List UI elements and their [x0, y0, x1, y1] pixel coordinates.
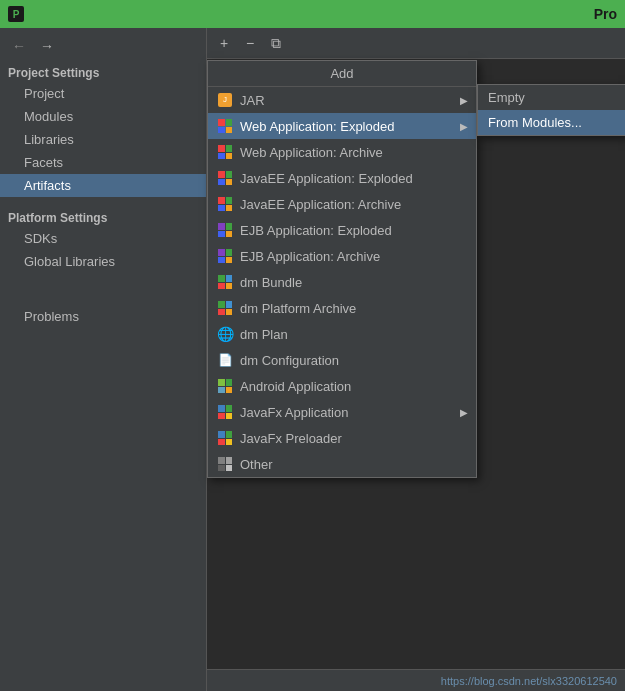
sidebar-nav: ← →: [0, 32, 206, 60]
top-bar: P Pro: [0, 0, 625, 28]
project-settings-label: Project Settings: [0, 60, 206, 82]
webapp-exploded-arrow: ▶: [460, 121, 468, 132]
sidebar-item-artifacts[interactable]: Artifacts: [0, 174, 206, 197]
sidebar: ← → Project Settings Project Modules Lib…: [0, 28, 207, 691]
sidebar-item-sdks[interactable]: SDKs: [0, 227, 206, 250]
webapp-multi-icon: [218, 119, 232, 133]
javaee-exploded-icon: [216, 169, 234, 187]
platform-settings-label: Platform Settings: [0, 205, 206, 227]
javafx-app-arrow: ▶: [460, 407, 468, 418]
sidebar-item-libraries[interactable]: Libraries: [0, 128, 206, 151]
dropdown-title: Add: [208, 61, 476, 87]
menu-item-dm-bundle[interactable]: dm Bundle: [208, 269, 476, 295]
submenu-item-from-modules[interactable]: From Modules...: [478, 110, 625, 135]
webapp-archive-icon: [216, 143, 234, 161]
app-icon: P: [8, 6, 24, 22]
sidebar-item-modules[interactable]: Modules: [0, 105, 206, 128]
nav-forward-btn[interactable]: →: [36, 36, 58, 56]
webapp-archive-multi-icon: [218, 145, 232, 159]
android-icon: [216, 377, 234, 395]
copy-button[interactable]: ⧉: [265, 32, 287, 54]
ejb-exploded-icon: [216, 221, 234, 239]
toolbar: + − ⧉: [207, 28, 625, 59]
javaee-archive-icon: [216, 195, 234, 213]
add-dropdown-menu: Add J JAR ▶ Web Application: Exploded: [207, 60, 477, 478]
menu-item-javafx-pre[interactable]: JavaFx Preloader: [208, 425, 476, 451]
menu-item-jar[interactable]: J JAR ▶: [208, 87, 476, 113]
menu-item-dm-platform[interactable]: dm Platform Archive: [208, 295, 476, 321]
menu-item-javaee-exploded[interactable]: JavaEE Application: Exploded: [208, 165, 476, 191]
sidebar-item-global-libraries[interactable]: Global Libraries: [0, 250, 206, 273]
sidebar-item-problems[interactable]: Problems: [0, 305, 206, 328]
add-button[interactable]: +: [213, 32, 235, 54]
remove-button[interactable]: −: [239, 32, 261, 54]
other-icon: [216, 455, 234, 473]
dm-bundle-icon: [216, 273, 234, 291]
javafx-pre-icon: [216, 429, 234, 447]
webapp-exploded-icon: [216, 117, 234, 135]
ejb-archive-icon: [216, 247, 234, 265]
dm-platform-icon: [216, 299, 234, 317]
sidebar-item-project[interactable]: Project: [0, 82, 206, 105]
menu-item-ejb-archive[interactable]: EJB Application: Archive: [208, 243, 476, 269]
menu-item-ejb-exploded[interactable]: EJB Application: Exploded: [208, 217, 476, 243]
status-bar: https://blog.csdn.net/slx3320612540: [207, 669, 625, 691]
menu-item-javafx-app[interactable]: JavaFx Application ▶: [208, 399, 476, 425]
javafx-app-icon: [216, 403, 234, 421]
menu-item-webapp-archive[interactable]: Web Application: Archive: [208, 139, 476, 165]
nav-back-btn[interactable]: ←: [8, 36, 30, 56]
menu-item-dm-plan[interactable]: 🌐 dm Plan: [208, 321, 476, 347]
menu-item-dm-config[interactable]: 📄 dm Configuration: [208, 347, 476, 373]
content-area: + − ⧉ Add J JAR ▶: [207, 28, 625, 691]
jar-icon: J: [216, 91, 234, 109]
sidebar-item-facets[interactable]: Facets: [0, 151, 206, 174]
submenu-item-empty[interactable]: Empty: [478, 85, 625, 110]
menu-item-other[interactable]: Other: [208, 451, 476, 477]
menu-item-javaee-archive[interactable]: JavaEE Application: Archive: [208, 191, 476, 217]
menu-item-webapp-exploded[interactable]: Web Application: Exploded ▶: [208, 113, 476, 139]
menu-item-android[interactable]: Android Application: [208, 373, 476, 399]
submenu-webapp-exploded: Empty From Modules...: [477, 84, 625, 136]
main-layout: ← → Project Settings Project Modules Lib…: [0, 28, 625, 691]
status-url: https://blog.csdn.net/slx3320612540: [441, 675, 617, 687]
dm-config-icon: 📄: [216, 351, 234, 369]
dm-plan-icon: 🌐: [216, 325, 234, 343]
jar-arrow: ▶: [460, 95, 468, 106]
window-title: Pro: [594, 6, 617, 22]
